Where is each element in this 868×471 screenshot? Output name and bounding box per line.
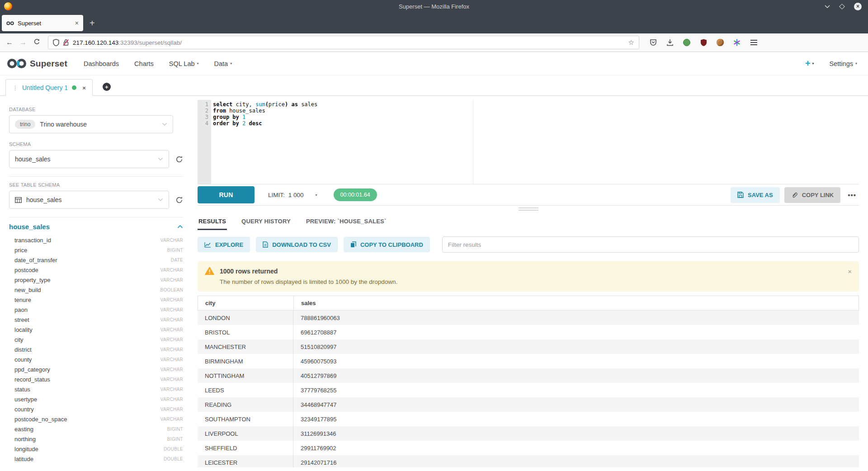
sql-editor[interactable]: 1234 select city, sum(price) as salesfro… [198,100,859,184]
collapse-chevron-up-icon[interactable] [177,225,183,229]
forward-button[interactable]: → [16,38,30,47]
tab-preview-house-sales[interactable]: PREVIEW: `HOUSE_SALES` [305,212,387,230]
column-type: DOUBLE [164,447,183,452]
refresh-table-icon[interactable] [175,196,183,204]
schema-select[interactable]: house_sales [9,150,169,168]
column-name: district [14,346,160,353]
table-select[interactable]: house_sales [9,191,169,209]
header-cell-city[interactable]: city [198,296,294,310]
query-timer-badge: 00:00:01.64 [334,188,377,201]
nav-item-data[interactable]: Data▾ [214,60,232,67]
table-row: SHEFFIELD29911769902 [198,441,859,455]
cookie-icon[interactable] [716,38,724,47]
tab-query-history[interactable]: QUERY HISTORY [241,212,292,230]
column-row: date_of_transferDATE [9,255,183,265]
window-maximize-button[interactable] [839,4,845,9]
database-engine-badge: trino [15,120,35,129]
editor-toolbar: RUN LIMIT: 1 000 ▾ 00:00:01.64 SAVE AS [198,184,859,206]
drag-grip-icon: ⋮ [12,85,18,91]
column-name: record_status [14,376,160,383]
column-name: ppd_category [14,366,160,373]
line-number: 4 [198,120,208,127]
line-number: 3 [198,114,208,120]
save-as-button[interactable]: SAVE AS [731,187,780,203]
tab-close-icon[interactable]: × [75,19,79,27]
query-status-dot [72,85,76,90]
url-field[interactable]: 217.160.120.143:32393/superset/sqllab/ ☆ [48,36,639,49]
copy-to-clipboard-button[interactable]: COPY TO CLIPBOARD [344,237,430,252]
tab-results[interactable]: RESULTS [198,212,227,230]
column-row: eastingBIGINT [9,424,183,434]
resize-grip-handle[interactable] [519,207,538,211]
extension-asterisk-icon[interactable] [733,38,741,47]
reload-button[interactable] [30,38,43,47]
schema-value: house_sales [15,155,153,163]
code-line: select city, sum(price) as sales [213,101,859,108]
limit-dropdown[interactable]: LIMIT: 1 000 ▾ [268,192,317,198]
superset-brand[interactable]: Superset [7,58,67,69]
limit-value: 1 000 [288,192,304,198]
code-token [239,120,242,127]
nav-item-dashboards[interactable]: Dashboards [84,60,119,67]
chevron-down-icon: ▾ [855,61,857,66]
shield-icon[interactable] [53,39,59,46]
column-type: VARCHAR [160,377,183,382]
more-options-button[interactable]: ••• [845,191,859,199]
explore-button[interactable]: EXPLORE [198,237,250,252]
window-close-button[interactable]: × [854,3,862,10]
menu-hamburger-icon[interactable] [750,38,758,47]
nav-item-sql-lab[interactable]: SQL Lab▾ [169,60,199,67]
divider [9,217,183,217]
database-select[interactable]: trino Trino warehouse [9,115,173,133]
query-tab-close-icon[interactable]: × [82,85,86,91]
code-token: price [269,101,285,108]
query-tab[interactable]: ⋮ Untitled Query 1 × [5,79,93,96]
column-type: BOOLEAN [160,287,183,292]
add-new-button[interactable]: +▾ [805,58,814,69]
window-minimize-button[interactable] [825,5,830,8]
bookmark-star-icon[interactable]: ☆ [628,38,634,47]
column-name: postcode [14,267,160,273]
alert-title: 1000 rows returned [220,268,278,275]
browser-tab[interactable]: Superset × [2,15,83,31]
download-csv-button[interactable]: DOWNLOAD TO CSV [256,237,338,252]
superset-logo-icon [7,58,26,69]
chevron-down-icon [158,157,163,161]
cell-sales: 45960075093 [293,354,859,368]
insecure-lock-icon[interactable] [63,39,69,46]
editor-code-lines[interactable]: select city, sum(price) as salesfrom hou… [211,100,859,184]
alert-close-icon[interactable]: × [848,268,852,275]
table-row: READING34468947747 [198,397,859,412]
url-path: :32393/superset/sqllab/ [118,39,182,46]
table-value: house_sales [26,196,153,203]
table-row: LEEDS37779768255 [198,383,859,397]
header-cell-sales[interactable]: sales [294,296,859,310]
new-tab-button[interactable]: + [90,18,95,28]
copy-link-button[interactable]: COPY LINK [784,187,841,203]
database-label: DATABASE [9,107,183,112]
cell-sales: 69612708887 [293,325,859,339]
run-button[interactable]: RUN [198,186,255,203]
refresh-schema-icon[interactable] [175,155,183,163]
table-row: BIRMINGHAM45960075093 [198,354,859,368]
column-type: BIGINT [167,427,183,432]
add-query-tab-button[interactable]: + [103,83,111,91]
cell-sales: 51510820997 [293,339,859,354]
cell-sales: 32349177895 [293,412,859,426]
back-button[interactable]: ← [3,38,16,47]
column-type: VARCHAR [160,278,183,283]
column-row: statusVARCHAR [9,384,183,394]
privacy-badger-icon[interactable] [683,38,691,47]
code-token: as [291,101,297,108]
filter-results-input[interactable] [442,236,859,253]
download-icon[interactable] [666,38,674,47]
nav-item-charts[interactable]: Charts [134,60,154,67]
settings-menu[interactable]: Settings▾ [830,60,857,67]
ublock-icon[interactable] [699,38,708,47]
column-type: VARCHAR [160,337,183,342]
cell-city: BRISTOL [198,325,293,339]
column-type: VARCHAR [160,307,183,312]
pocket-icon[interactable] [649,38,657,47]
code-token: sales [298,101,317,108]
results-table-body: LONDON788861960063BRISTOL69612708887MANC… [198,311,859,467]
